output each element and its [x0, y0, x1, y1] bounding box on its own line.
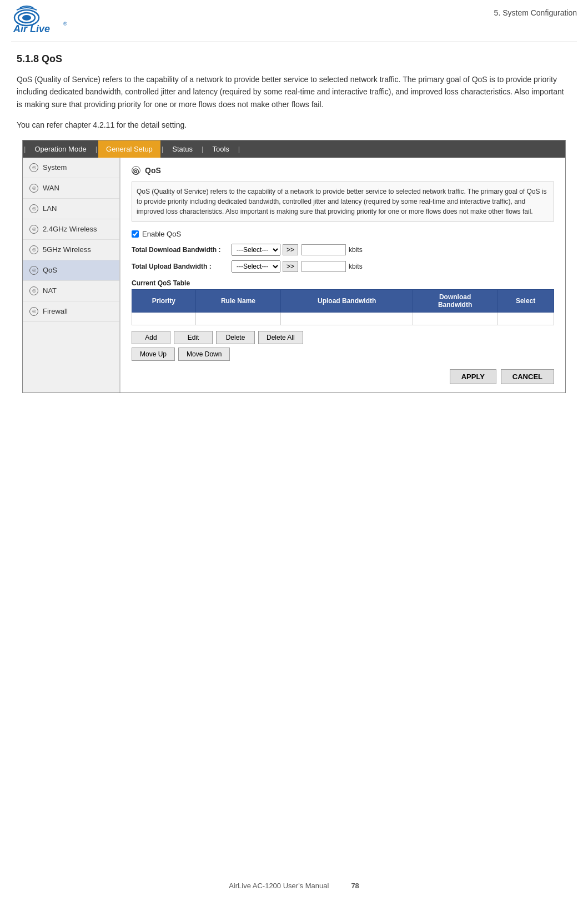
sidebar-item-wan[interactable]: ◎ WAN [23, 178, 119, 199]
wan-icon: ◎ [29, 184, 38, 193]
move-buttons-row: Move Up Move Down [132, 348, 554, 361]
sidebar-label-lan: LAN [43, 204, 57, 213]
qos-table: Priority Rule Name Upload Bandwidth Down… [132, 289, 554, 325]
panel-title-icon: ◎ [132, 166, 140, 175]
nav-item-operation-mode[interactable]: Operation Mode [27, 140, 94, 158]
panel-title-text: QoS [145, 166, 161, 175]
table-label: Current QoS Table [132, 279, 554, 287]
svg-text:Air Live: Air Live [13, 23, 50, 34]
download-arrow-btn[interactable]: >> [283, 244, 298, 255]
page-footer: AirLive AC-1200 User's Manual 78 [0, 882, 588, 890]
td-empty2 [195, 312, 281, 325]
sidebar: ◎ System ◎ WAN ◎ LAN ◎ 2.4GHz Wireless ◎ [23, 158, 120, 392]
sidebar-item-5ghz[interactable]: ◎ 5GHz Wireless [23, 240, 119, 260]
firewall-icon: ◎ [29, 307, 38, 316]
download-bandwidth-input[interactable] [301, 244, 346, 255]
qos-icon: ◎ [29, 266, 38, 275]
enable-qos-checkbox[interactable] [132, 230, 139, 238]
sidebar-label-wan: WAN [43, 184, 59, 192]
nav-separator-1: | [23, 140, 27, 158]
upload-select[interactable]: ---Select--- [232, 260, 280, 273]
download-kbits: kbits [349, 246, 363, 254]
th-upload-bandwidth: Upload Bandwidth [281, 289, 413, 312]
move-down-button[interactable]: Move Down [178, 348, 230, 361]
page-header: Air Live ® 5. System Configuration [0, 0, 588, 39]
move-up-button[interactable]: Move Up [132, 348, 175, 361]
sidebar-label-5ghz: 5GHz Wireless [43, 245, 91, 254]
download-label: Total Download Bandwidth : [132, 246, 232, 254]
add-button[interactable]: Add [132, 331, 170, 344]
footer-manual-label: AirLive AC-1200 User's Manual [229, 882, 329, 890]
upload-arrow-btn[interactable]: >> [283, 261, 298, 272]
nat-icon: ◎ [29, 286, 38, 295]
td-empty4 [413, 312, 497, 325]
footer-inner: AirLive AC-1200 User's Manual 78 [0, 882, 588, 890]
panel-description: QoS (Quality of Service) refers to the c… [132, 182, 554, 222]
th-download-bandwidth: DownloadBandwidth [413, 289, 497, 312]
browser-frame: | Operation Mode | General Setup | Statu… [22, 140, 566, 393]
sidebar-item-nat[interactable]: ◎ NAT [23, 281, 119, 301]
sidebar-item-system[interactable]: ◎ System [23, 158, 119, 178]
apply-cancel-row: APPLY CANCEL [132, 369, 554, 384]
upload-kbits: kbits [349, 263, 363, 270]
nav-item-tools[interactable]: Tools [205, 140, 237, 158]
nav-item-status[interactable]: Status [164, 140, 200, 158]
apply-button[interactable]: APPLY [450, 369, 496, 384]
nav-separator-3: | [160, 140, 164, 158]
table-row [132, 312, 554, 325]
action-buttons-row1: Add Edit Delete Delete All [132, 331, 554, 344]
th-rule-name: Rule Name [195, 289, 281, 312]
sidebar-label-qos: QoS [43, 266, 57, 274]
download-select[interactable]: ---Select--- [232, 244, 280, 256]
sidebar-label-firewall: Firewall [43, 307, 68, 315]
system-icon: ◎ [29, 163, 38, 172]
lan-icon: ◎ [29, 204, 38, 213]
nav-separator-4: | [200, 140, 204, 158]
nav-separator-5: | [237, 140, 241, 158]
upload-label: Total Upload Bandwidth : [132, 263, 232, 270]
content-area: 5.1.8 QoS QoS (Quality of Service) refer… [0, 42, 588, 404]
td-empty3 [281, 312, 413, 325]
sidebar-item-firewall[interactable]: ◎ Firewall [23, 301, 119, 322]
nav-separator-2: | [94, 140, 98, 158]
2ghz-icon: ◎ [29, 225, 38, 234]
upload-bandwidth-row: Total Upload Bandwidth : ---Select--- >>… [132, 260, 554, 273]
section-desc-1: QoS (Quality of Service) refers to the c… [17, 73, 571, 110]
nav-item-general-setup[interactable]: General Setup [98, 140, 160, 158]
th-select: Select [497, 289, 554, 312]
cancel-button[interactable]: CANCEL [501, 369, 554, 384]
table-header-row: Priority Rule Name Upload Bandwidth Down… [132, 289, 554, 312]
edit-button[interactable]: Edit [174, 331, 213, 344]
sidebar-label-nat: NAT [43, 286, 57, 295]
td-empty5 [497, 312, 554, 325]
sidebar-item-lan[interactable]: ◎ LAN [23, 199, 119, 219]
download-bandwidth-row: Total Download Bandwidth : ---Select--- … [132, 244, 554, 256]
th-priority: Priority [132, 289, 196, 312]
sidebar-label-system: System [43, 163, 67, 172]
main-layout: ◎ System ◎ WAN ◎ LAN ◎ 2.4GHz Wireless ◎ [23, 158, 565, 392]
main-panel: ◎ QoS QoS (Quality of Service) refers to… [120, 158, 565, 392]
svg-point-2 [22, 15, 31, 21]
page-title: 5. System Configuration [494, 6, 577, 17]
section-desc-2: You can refer chapter 4.2.11 for the det… [17, 119, 571, 131]
nav-bar: | Operation Mode | General Setup | Statu… [23, 140, 565, 158]
section-title: 5.1.8 QoS [17, 53, 571, 65]
delete-all-button[interactable]: Delete All [258, 331, 303, 344]
sidebar-label-2ghz: 2.4GHz Wireless [43, 225, 97, 233]
logo-area: Air Live ® [11, 6, 89, 39]
airlive-logo: Air Live ® [11, 6, 89, 39]
td-empty [132, 312, 196, 325]
footer-page-num: 78 [351, 882, 359, 890]
svg-text:®: ® [63, 21, 67, 27]
sidebar-item-qos[interactable]: ◎ QoS [23, 260, 119, 281]
panel-title-row: ◎ QoS [132, 166, 554, 175]
sidebar-item-2ghz[interactable]: ◎ 2.4GHz Wireless [23, 219, 119, 240]
enable-qos-label: Enable QoS [142, 230, 181, 238]
enable-qos-row: Enable QoS [132, 230, 554, 238]
5ghz-icon: ◎ [29, 245, 38, 254]
upload-bandwidth-input[interactable] [301, 261, 346, 272]
delete-button[interactable]: Delete [216, 331, 255, 344]
